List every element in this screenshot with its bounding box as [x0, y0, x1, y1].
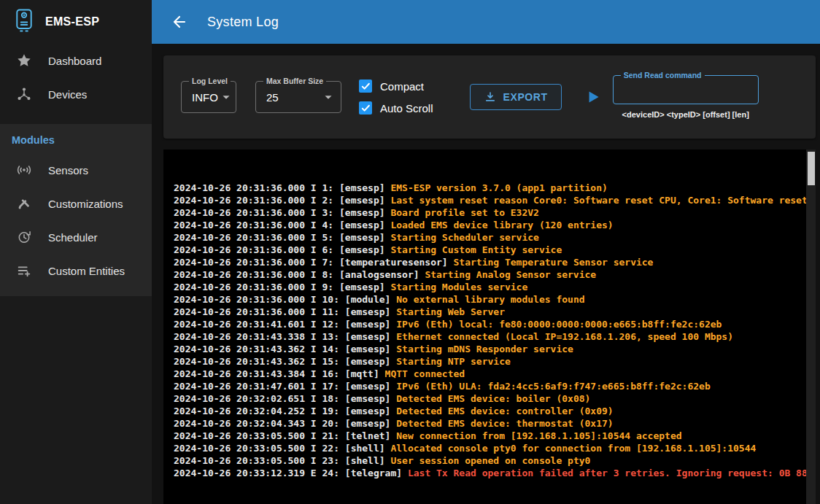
- checkbox-group: Compact Auto Scroll: [359, 80, 433, 115]
- log-line: 2024-10-26 20:32:04.252 I 19: [emsesp] D…: [174, 405, 805, 417]
- log-line: 2024-10-26 20:31:47.601 I 17: [emsesp] I…: [174, 380, 805, 392]
- log-line: 2024-10-26 20:32:04.343 I 20: [emsesp] D…: [174, 417, 805, 430]
- log-level-label: Log Level: [189, 77, 231, 85]
- checkbox-checked-icon: [359, 101, 372, 115]
- sidebar-item-dashboard[interactable]: Dashboard: [0, 44, 152, 77]
- max-buffer-size-label: Max Buffer Size: [263, 77, 326, 85]
- send-read-command-group: Send Read command <deviceID> <typeID> [o…: [613, 75, 759, 119]
- export-button-label: EXPORT: [503, 91, 548, 103]
- compact-label: Compact: [380, 80, 424, 93]
- log-line: 2024-10-26 20:31:36.000 I 11: [emsesp] S…: [174, 306, 805, 318]
- log-line: 2024-10-26 20:31:43.362 I 14: [emsesp] S…: [174, 343, 805, 355]
- main-area: System Log Log Level INFO Max Buffer Siz…: [152, 0, 820, 504]
- custom-entities-icon: [16, 263, 32, 279]
- scrollbar-thumb[interactable]: [808, 152, 815, 185]
- modules-section: Modules Sensors Customizations Scheduler: [0, 124, 152, 296]
- log-level-select[interactable]: Log Level INFO: [181, 81, 236, 113]
- max-buffer-size-select[interactable]: Max Buffer Size 25: [255, 81, 341, 113]
- log-controls-card: Log Level INFO Max Buffer Size 25: [163, 55, 816, 139]
- sidebar-item-sensors[interactable]: Sensors: [0, 153, 152, 187]
- sidebar-header: EMS-ESP: [0, 0, 152, 44]
- log-level-value: INFO: [192, 91, 218, 104]
- log-line: 2024-10-26 20:32:02.651 I 18: [emsesp] D…: [174, 392, 805, 405]
- log-line: 2024-10-26 20:31:36.000 I 6: [emsesp] St…: [174, 244, 805, 256]
- sidebar-nav: Dashboard Devices: [0, 44, 152, 111]
- star-icon: [16, 53, 32, 69]
- sidebar-item-label: Customizations: [48, 198, 123, 210]
- app-title: EMS-ESP: [45, 15, 99, 28]
- auto-scroll-label: Auto Scroll: [380, 102, 433, 115]
- export-button[interactable]: EXPORT: [470, 84, 562, 110]
- auto-scroll-checkbox[interactable]: Auto Scroll: [359, 101, 433, 115]
- log-line: 2024-10-26 20:31:43.362 I 15: [emsesp] S…: [174, 355, 805, 368]
- send-read-command-label: Send Read command: [621, 71, 705, 80]
- download-icon: [484, 90, 497, 104]
- log-line: 2024-10-26 20:31:36.000 I 8: [analogsens…: [174, 268, 805, 281]
- devices-icon: [16, 86, 32, 102]
- ems-esp-logo-icon: [13, 8, 35, 36]
- sidebar-item-devices[interactable]: Devices: [0, 77, 152, 111]
- log-line: 2024-10-26 20:31:36.000 I 10: [module] N…: [174, 293, 805, 306]
- sensors-icon: [16, 162, 32, 178]
- log-lines: 2024-10-26 20:31:36.000 I 1: [emsesp] EM…: [174, 182, 805, 479]
- log-line: 2024-10-26 20:31:36.000 I 9: [emsesp] St…: [174, 281, 805, 293]
- appbar: System Log: [152, 0, 820, 44]
- log-line: 2024-10-26 20:31:41.601 I 12: [emsesp] I…: [174, 318, 805, 330]
- page-title: System Log: [207, 15, 279, 30]
- log-line: 2024-10-26 20:33:05.500 I 21: [telnet] N…: [174, 430, 805, 442]
- back-arrow-icon[interactable]: [171, 13, 188, 31]
- scheduler-icon: [16, 229, 32, 245]
- log-console: 2024-10-26 20:31:36.000 I 1: [emsesp] EM…: [163, 150, 816, 504]
- log-line: 2024-10-26 20:31:36.000 I 7: [temperatur…: [174, 256, 805, 268]
- send-command-helper-text: <deviceID> <typeID> [offset] [len]: [622, 110, 749, 119]
- log-line: 2024-10-26 20:33:12.319 E 24: [telegram]…: [174, 467, 805, 479]
- send-read-command-field[interactable]: Send Read command: [613, 75, 759, 104]
- modules-header: Modules: [0, 127, 152, 153]
- log-line: 2024-10-26 20:31:36.000 I 3: [emsesp] Bo…: [174, 206, 805, 219]
- sidebar-item-label: Scheduler: [48, 231, 98, 244]
- content: Log Level INFO Max Buffer Size 25: [152, 44, 820, 504]
- send-read-command-input[interactable]: [614, 76, 758, 104]
- sidebar-item-custom-entities[interactable]: Custom Entities: [0, 254, 152, 287]
- send-command-play-icon[interactable]: [584, 88, 603, 106]
- log-line: 2024-10-26 20:31:43.338 I 13: [emsesp] E…: [174, 330, 805, 343]
- sidebar-item-label: Sensors: [48, 164, 88, 177]
- log-line: 2024-10-26 20:31:43.384 I 16: [mqtt] MQT…: [174, 368, 805, 380]
- log-line: 2024-10-26 20:31:36.000 I 5: [emsesp] St…: [174, 231, 805, 244]
- log-line: 2024-10-26 20:31:36.000 I 1: [emsesp] EM…: [174, 182, 805, 194]
- log-scrollbar[interactable]: [806, 150, 816, 504]
- max-buffer-size-value: 25: [266, 91, 320, 104]
- log-line: 2024-10-26 20:33:05.500 I 22: [shell] Al…: [174, 442, 805, 454]
- sidebar-item-label: Custom Entities: [48, 265, 125, 277]
- customizations-icon: [16, 195, 32, 212]
- ems-esp-app: EMS-ESP Dashboard Devices Modules: [0, 0, 820, 504]
- chevron-down-icon: [320, 89, 336, 105]
- chevron-down-icon: [218, 89, 234, 105]
- compact-checkbox[interactable]: Compact: [359, 80, 433, 93]
- log-line: 2024-10-26 20:31:36.000 I 4: [emsesp] Lo…: [174, 219, 805, 231]
- sidebar: EMS-ESP Dashboard Devices Modules: [0, 0, 152, 504]
- sidebar-item-label: Dashboard: [48, 55, 101, 67]
- log-line: 2024-10-26 20:31:36.000 I 2: [emsesp] La…: [174, 194, 805, 206]
- sidebar-item-label: Devices: [48, 88, 87, 101]
- sidebar-item-customizations[interactable]: Customizations: [0, 187, 152, 220]
- sidebar-item-scheduler[interactable]: Scheduler: [0, 220, 152, 254]
- log-line: 2024-10-26 20:33:05.500 I 23: [shell] Us…: [174, 454, 805, 467]
- checkbox-checked-icon: [359, 80, 372, 93]
